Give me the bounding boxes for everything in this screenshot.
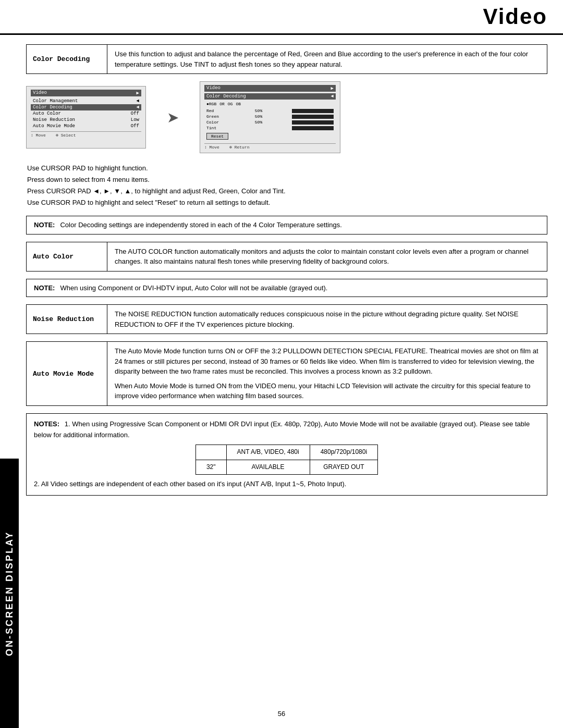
instruction-2: Press down to select from 4 menu items. [27, 174, 547, 186]
note-label-2: NOTE: [34, 283, 55, 293]
noise-reduction-label: Noise Reduction [27, 305, 107, 334]
osd-item-color-management: Color Management◄ [31, 98, 141, 104]
auto-color-section: Auto Color The AUTO COLOR function autom… [26, 242, 547, 272]
notes-label: NOTES: [34, 420, 59, 428]
osd-bar-red: Red 50% [206, 108, 334, 113]
page-number: 56 [0, 705, 563, 723]
auto-color-text: The AUTO COLOR function automatically mo… [107, 242, 547, 271]
noise-reduction-section: Noise Reduction The NOISE REDUCTION func… [26, 304, 547, 334]
auto-movie-label: Auto Movie Mode [27, 342, 107, 405]
page-header: Video [0, 0, 563, 35]
arrow-icon: ➤ [162, 109, 184, 126]
notes-note2: 2. All Video settings are independent of… [34, 479, 540, 490]
osd-item-color-decoding: Color Decoding◄ [31, 104, 141, 110]
osd-item-auto-movie: Auto Movie ModeOff [31, 123, 141, 129]
osd-bar-tint: Tint [206, 126, 334, 130]
auto-movie-section: Auto Movie Mode The Auto Movie Mode func… [26, 341, 547, 406]
note-color-decoding: NOTE: Color Decoding settings are indepe… [26, 216, 547, 235]
osd-bar-green: Green 50% [206, 114, 334, 119]
osd-left-footer: ↕ Move ⊕ Select [31, 131, 141, 138]
color-decoding-section: Color Decoding Use this function to adju… [26, 44, 547, 74]
osd-right-screen: Video ▶ Color Decoding◄ ●RGB OR OG OB Re… [200, 81, 340, 153]
osd-right-title: Video ▶ [204, 85, 336, 92]
notes-note1: 1. When using Progressive Scan Component… [34, 420, 530, 439]
osd-reset-button[interactable]: Reset [206, 131, 334, 141]
auto-color-label: Auto Color [27, 242, 107, 271]
notes-table-container: ANT A/B, VIDEO, 480i 480p/720p/1080i 32"… [34, 445, 540, 474]
osd-item-noise-reduction: Noise ReductionLow [31, 117, 141, 123]
noise-reduction-text: The NOISE REDUCTION function automatical… [107, 305, 547, 334]
table-row-col1: AVAILABLE [226, 460, 310, 474]
osd-diagrams: Video ▶ Color Management◄ Color Decoding… [26, 81, 547, 153]
table-row-col2: GRAYED OUT [310, 460, 377, 474]
notes-bottom: NOTES: 1. When using Progressive Scan Co… [26, 413, 547, 496]
note-label-1: NOTE: [34, 220, 55, 230]
instruction-4: Use CURSOR PAD to highlight and select "… [27, 197, 547, 208]
note-text-2: When using Component or DVI-HDTV input, … [60, 283, 327, 293]
content-wrapper: Color Decoding Use this function to adju… [0, 44, 563, 536]
instructions: Use CURSOR PAD to highlight function. Pr… [26, 163, 547, 208]
osd-right-footer: ↕ Move ⊕ Return [204, 143, 336, 150]
page-title: Video [483, 4, 547, 29]
auto-movie-desc1: The Auto Movie Mode function turns ON or… [115, 346, 540, 377]
table-col1-header: ANT A/B, VIDEO, 480i [226, 445, 310, 460]
note-auto-color: NOTE: When using Component or DVI-HDTV i… [26, 279, 547, 298]
sidebar-label: ON-SCREEN DISPLAY [0, 459, 19, 728]
table-row-size: 32" [195, 460, 226, 474]
auto-movie-desc2: When Auto Movie Mode is turned ON from t… [115, 381, 540, 401]
instruction-3: Press CURSOR PAD ◄, ►, ▼, ▲, to highligh… [27, 186, 547, 197]
color-decoding-text: Use this function to adjust and balance … [107, 45, 547, 73]
osd-bar-color: Color 50% [206, 120, 334, 125]
color-decoding-label: Color Decoding [27, 45, 107, 73]
notes-table: ANT A/B, VIDEO, 480i 480p/720p/1080i 32"… [195, 445, 378, 474]
osd-item-auto-color: Auto ColorOff [31, 110, 141, 117]
table-col2-header: 480p/720p/1080i [310, 445, 377, 460]
osd-rgb-labels: ●RGB OR OG OB [206, 102, 334, 106]
table-row: 32" AVAILABLE GRAYED OUT [195, 460, 377, 474]
instruction-1: Use CURSOR PAD to highlight function. [27, 163, 547, 174]
osd-left-screen: Video ▶ Color Management◄ Color Decoding… [26, 86, 146, 149]
note-text-1: Color Decoding settings are independentl… [60, 220, 341, 230]
osd-left-title: Video ▶ [31, 90, 141, 96]
auto-movie-text: The Auto Movie Mode function turns ON or… [107, 342, 547, 405]
osd-right-subtitle: Color Decoding◄ [204, 93, 336, 100]
table-header-empty [195, 445, 226, 460]
